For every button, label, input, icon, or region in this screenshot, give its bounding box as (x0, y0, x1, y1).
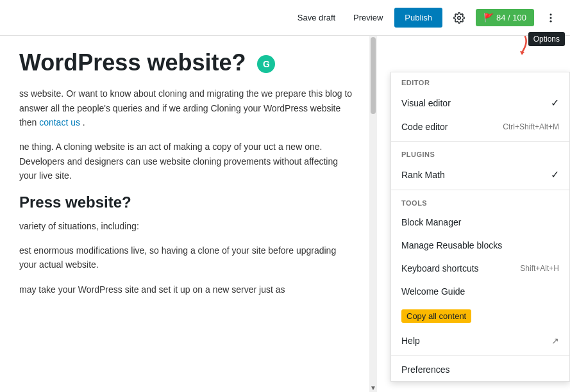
help-item[interactable]: Help ↗ (391, 329, 569, 352)
manage-reusable-item[interactable]: Manage Reusable blocks (391, 234, 569, 257)
save-draft-button[interactable]: Save draft (291, 9, 342, 26)
rank-math-item[interactable]: Rank Math ✓ (391, 162, 569, 187)
editor-section-label: EDITOR (391, 72, 569, 90)
scroll-down-arrow[interactable]: ▼ (369, 383, 377, 392)
paragraph-1: ss website. Or want to know about clonin… (19, 86, 353, 129)
divider-3 (391, 355, 569, 355)
grammarly-icon: G (257, 55, 275, 73)
keyboard-shortcuts-label: Keyboard shortcuts (401, 263, 479, 274)
visual-editor-item[interactable]: Visual editor ✓ (391, 90, 569, 115)
block-manager-item[interactable]: Block Manager (391, 211, 569, 234)
welcome-guide-item[interactable]: Welcome Guide (391, 280, 569, 303)
tools-section-label: TOOLS (391, 193, 569, 211)
contact-us-link[interactable]: contact us (39, 117, 80, 127)
options-button[interactable] (539, 6, 562, 29)
flag-icon: 🚩 (483, 13, 494, 22)
code-editor-label: Code editor (401, 122, 448, 132)
preview-button[interactable]: Preview (347, 9, 389, 26)
svg-point-1 (550, 13, 552, 15)
more-options-icon (545, 12, 557, 24)
paragraph-3: variety of situations, including: (19, 219, 353, 233)
visual-editor-label: Visual editor (401, 98, 451, 108)
paragraph-2: ne thing. A cloning website is an act of… (19, 140, 353, 183)
gear-icon (453, 12, 465, 24)
settings-icon-button[interactable] (448, 6, 471, 29)
paragraph-4: est enormous modifications live, so havi… (19, 243, 353, 272)
help-label: Help (401, 336, 420, 346)
main-heading: WordPress website? G (19, 49, 353, 76)
options-tooltip: Options (528, 32, 565, 46)
paragraph-5: may take your WordPress site and set it … (19, 282, 353, 297)
content-wrapper: WordPress website? G ss website. Or want… (0, 36, 372, 392)
manage-reusable-label: Manage Reusable blocks (401, 240, 502, 250)
divider-1 (391, 141, 569, 142)
svg-marker-4 (520, 51, 524, 55)
preferences-label: Preferences (401, 364, 449, 375)
rank-math-check: ✓ (551, 168, 559, 181)
visual-editor-check: ✓ (551, 97, 559, 109)
sub-heading: Press website? (19, 193, 353, 211)
svg-point-2 (550, 17, 552, 19)
svg-point-0 (458, 16, 461, 19)
seo-score-value: 84 / 100 (496, 13, 526, 22)
external-link-icon: ↗ (551, 336, 559, 346)
options-dropdown: EDITOR Visual editor ✓ Code editor Ctrl+… (390, 72, 570, 382)
scrollbar[interactable]: ▲ ▼ (369, 36, 377, 392)
rank-math-label: Rank Math (401, 170, 445, 180)
editor-area: WordPress website? G ss website. Or want… (0, 36, 570, 392)
seo-score-button[interactable]: 🚩 84 / 100 (476, 9, 534, 26)
keyboard-shortcuts-shortcut: Shift+Alt+H (520, 264, 559, 273)
plugins-section-label: PLUGINS (391, 144, 569, 162)
svg-point-3 (550, 20, 552, 22)
keyboard-shortcuts-item[interactable]: Keyboard shortcuts Shift+Alt+H (391, 257, 569, 280)
code-editor-shortcut: Ctrl+Shift+Alt+M (503, 122, 559, 131)
preferences-item[interactable]: Preferences (391, 358, 569, 381)
block-manager-label: Block Manager (401, 217, 461, 227)
publish-button[interactable]: Publish (394, 8, 442, 28)
copy-all-content-label: Copy all content (401, 309, 471, 323)
arrow-indicator (493, 33, 532, 59)
scrollbar-thumb[interactable] (371, 37, 376, 114)
toolbar: Save draft Preview Publish 🚩 84 / 100 (0, 0, 570, 36)
welcome-guide-label: Welcome Guide (401, 286, 465, 297)
code-editor-item[interactable]: Code editor Ctrl+Shift+Alt+M (391, 115, 569, 138)
copy-all-content-item[interactable]: Copy all content (391, 303, 569, 329)
divider-2 (391, 190, 569, 190)
